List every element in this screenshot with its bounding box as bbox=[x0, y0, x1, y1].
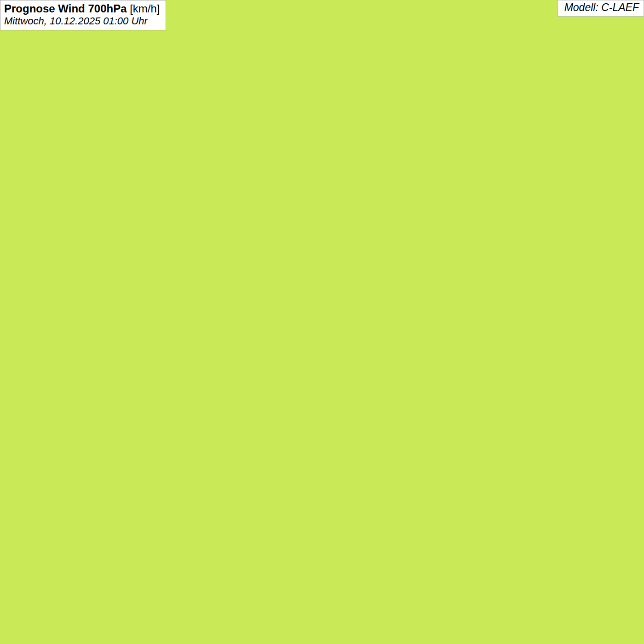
model-label: Modell: C-LAEF bbox=[558, 0, 644, 17]
title-datetime: Mittwoch, 10.12.2025 01:00 Uhr bbox=[4, 15, 160, 27]
title-text: Prognose Wind 700hPa bbox=[4, 2, 127, 15]
page-title: Prognose Wind 700hPa [km/h] bbox=[4, 2, 160, 15]
weather-map-app: Prognose Wind 700hPa [km/h] Mittwoch, 10… bbox=[0, 0, 644, 644]
title-unit: [km/h] bbox=[127, 2, 160, 15]
map-canvas bbox=[0, 0, 644, 644]
title-box: Prognose Wind 700hPa [km/h] Mittwoch, 10… bbox=[0, 0, 166, 30]
